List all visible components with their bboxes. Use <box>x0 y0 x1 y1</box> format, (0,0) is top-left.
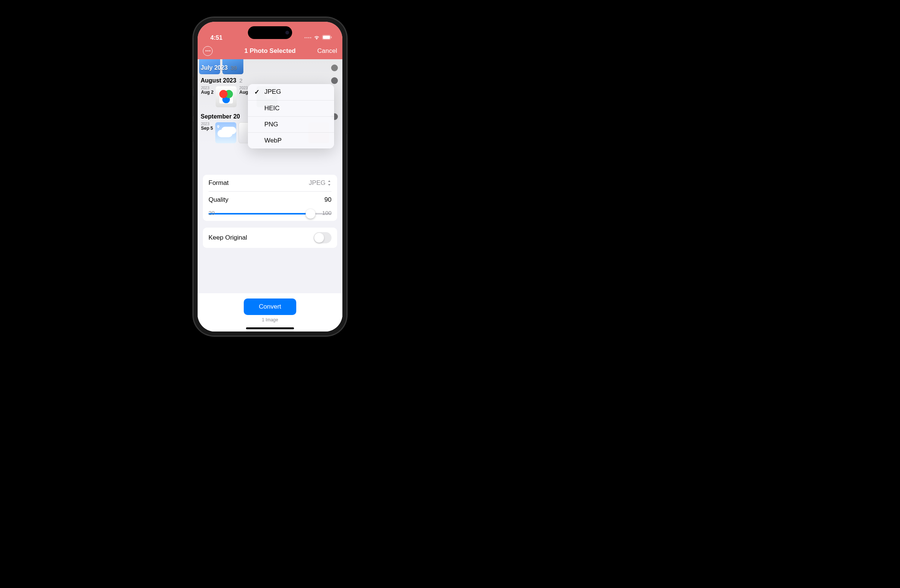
convert-subtitle: 1 Image <box>262 317 278 323</box>
format-option-jpeg[interactable]: ✓JPEG <box>248 84 334 101</box>
quality-value: 90 <box>324 196 332 203</box>
wifi-icon <box>313 34 320 41</box>
select-all-toggle[interactable] <box>331 77 338 84</box>
battery-icon <box>322 34 332 41</box>
section-title: August 2023 <box>201 77 236 84</box>
format-option-label: JPEG <box>264 88 281 96</box>
check-icon: ✓ <box>254 88 260 96</box>
photo-day: Aug 2 <box>201 90 213 95</box>
photo-day: Sep 5 <box>201 126 213 131</box>
settings-card: Format JPEG Quality 90 <box>203 175 337 221</box>
format-option-heic[interactable]: HEIC <box>248 101 334 116</box>
format-value: JPEG <box>309 179 326 187</box>
screen: 4:51 1 Photo Selected Cancel <box>198 22 342 332</box>
photo-thumb[interactable] <box>215 122 236 143</box>
format-label: Format <box>208 179 229 187</box>
cancel-button[interactable]: Cancel <box>310 47 337 55</box>
status-time: 4:51 <box>210 34 222 41</box>
photo-year: 2023 <box>201 86 209 90</box>
format-option-png[interactable]: PNG <box>248 116 334 133</box>
location-icon <box>216 123 220 127</box>
convert-button[interactable]: Convert <box>244 298 296 315</box>
bottom-bar: Convert 1 Image <box>198 293 342 332</box>
format-dropdown: ✓JPEG HEIC PNG WebP <box>248 84 334 149</box>
cellular-icon <box>304 37 311 38</box>
section-title: September 20 <box>201 113 240 120</box>
quality-slider[interactable] <box>208 209 332 218</box>
svg-rect-1 <box>323 36 330 39</box>
section-count: 39 <box>231 65 237 71</box>
chevron-up-down-icon <box>327 180 332 186</box>
format-option-label: HEIC <box>264 105 280 112</box>
quality-row: Quality 90 <box>203 192 337 208</box>
home-indicator[interactable] <box>246 327 294 329</box>
format-option-label: WebP <box>264 137 282 144</box>
keep-original-card: Keep Original <box>203 228 337 248</box>
photo-year: 2023 <box>201 122 209 126</box>
volume-button <box>192 121 193 142</box>
quality-label: Quality <box>208 196 228 203</box>
photo-year: 2023 <box>239 86 247 90</box>
select-all-toggle[interactable] <box>331 65 338 71</box>
svg-rect-2 <box>331 36 332 38</box>
nav-title: 1 Photo Selected <box>245 47 296 55</box>
nav-bar: 1 Photo Selected Cancel <box>198 43 342 59</box>
power-button <box>347 102 348 134</box>
photo-thumb[interactable] <box>216 86 237 107</box>
format-option-label: PNG <box>264 121 278 128</box>
more-button[interactable] <box>203 46 213 56</box>
dynamic-island <box>248 26 292 39</box>
volume-button <box>192 96 193 116</box>
keep-original-label: Keep Original <box>208 234 247 242</box>
options-sheet: ✓JPEG HEIC PNG WebP Format JPEG Quality … <box>198 146 342 332</box>
phone-frame: 4:51 1 Photo Selected Cancel <box>193 17 347 336</box>
month-section-july[interactable]: July 2023 39 <box>198 59 342 74</box>
format-option-webp[interactable]: WebP <box>248 133 334 149</box>
format-row[interactable]: Format JPEG <box>203 175 337 191</box>
keep-original-toggle[interactable] <box>313 232 332 244</box>
section-title: July 2023 <box>201 65 228 71</box>
section-count: 2 <box>239 77 242 84</box>
volume-button <box>192 77 193 88</box>
